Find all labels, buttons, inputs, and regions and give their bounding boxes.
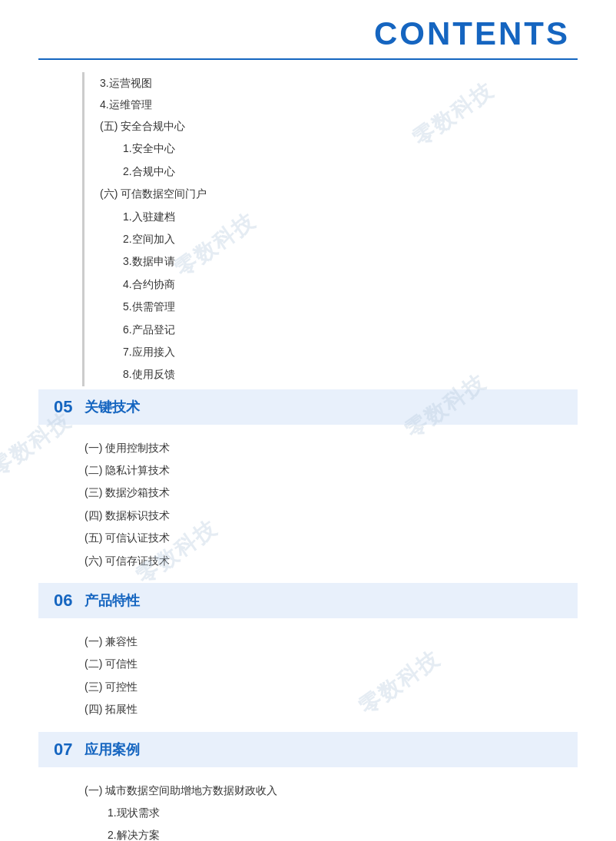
group-6-child-4: 4.合约协商 (123, 273, 578, 296)
section-07-items: (一) 城市数据空间助增地方数据财政收入 1.现状需求 2.解决方案 3.能力价… (38, 775, 578, 841)
section-07-title: 应用案例 (84, 740, 140, 759)
section-07-child-1: 1.现状需求 (108, 802, 578, 824)
group-6-child-8: 8.使用反馈 (123, 363, 578, 386)
group-6-children: 1.入驻建档 2.空间加入 3.数据申请 4.合约协商 5.供需管理 6.产品登… (123, 206, 578, 386)
group-5-child-1: 1.安全中心 (123, 137, 578, 160)
contents-header: CONTENTS (38, 15, 578, 52)
section-05-number: 05 (54, 397, 75, 417)
section-05-item-2: (二) 隐私计算技术 (84, 459, 578, 482)
section-06-item-1: (一) 兼容性 (84, 631, 578, 653)
header-divider (38, 58, 578, 60)
section-06-item-4: (四) 拓展性 (84, 698, 578, 720)
section-06-item-2: (二) 可信性 (84, 653, 578, 675)
page-container: 零数科技 零数科技 零数科技 零数科技 零数科技 零数科技 CONTENTS 3… (0, 0, 616, 841)
section-05-title: 关键技术 (84, 398, 140, 416)
page-title: CONTENTS (374, 15, 570, 51)
group-6-child-3: 3.数据申请 (123, 250, 578, 273)
section-05-item-1: (一) 使用控制技术 (84, 437, 578, 459)
group-6-child-7: 7.应用接入 (123, 341, 578, 363)
section-05-items: (一) 使用控制技术 (二) 隐私计算技术 (三) 数据沙箱技术 (四) 数据标… (38, 432, 578, 580)
section-06-item-3: (三) 可控性 (84, 676, 578, 698)
group-6-child-6: 6.产品登记 (123, 319, 578, 341)
section-05-item-5: (五) 可信认证技术 (84, 527, 578, 549)
group-5-label: (五) 安全合规中心 (100, 115, 578, 137)
section-07-group-1-label: (一) 城市数据空间助增地方数据财政收入 (84, 780, 578, 802)
section-07-child-2: 2.解决方案 (108, 824, 578, 841)
group-5-child-2: 2.合规中心 (123, 161, 578, 183)
group-6-child-5: 5.供需管理 (123, 296, 578, 318)
section-06-number: 06 (54, 591, 75, 611)
section-06-title: 产品特性 (84, 591, 140, 610)
section-05-item-4: (四) 数据标识技术 (84, 505, 578, 527)
group-6-child-1: 1.入驻建档 (123, 206, 578, 228)
section-07-group-1-children: 1.现状需求 2.解决方案 3.能力价值 (108, 802, 578, 841)
group-6-label: (六) 可信数据空间门户 (100, 183, 578, 205)
section-05-header: 05 关键技术 (38, 389, 578, 425)
section-05-item-6: (六) 可信存证技术 (84, 550, 578, 572)
section-07-header: 07 应用案例 (38, 732, 578, 767)
section-06-items: (一) 兼容性 (二) 可信性 (三) 可控性 (四) 拓展性 (38, 626, 578, 729)
section-05-item-3: (三) 数据沙箱技术 (84, 482, 578, 504)
section-05: 05 关键技术 (一) 使用控制技术 (二) 隐私计算技术 (三) 数据沙箱技术… (38, 389, 578, 580)
group-5-children: 1.安全中心 2.合规中心 (123, 137, 578, 183)
section-07: 07 应用案例 (一) 城市数据空间助增地方数据财政收入 1.现状需求 2.解决… (38, 732, 578, 841)
section-07-number: 07 (54, 740, 75, 760)
top-item-4: 4.运维管理 (100, 94, 578, 115)
section-06-header: 06 产品特性 (38, 583, 578, 618)
section-06: 06 产品特性 (一) 兼容性 (二) 可信性 (三) 可控性 (四) 拓展性 (38, 583, 578, 729)
group-6-child-2: 2.空间加入 (123, 228, 578, 250)
top-item-3: 3.运营视图 (100, 72, 578, 94)
